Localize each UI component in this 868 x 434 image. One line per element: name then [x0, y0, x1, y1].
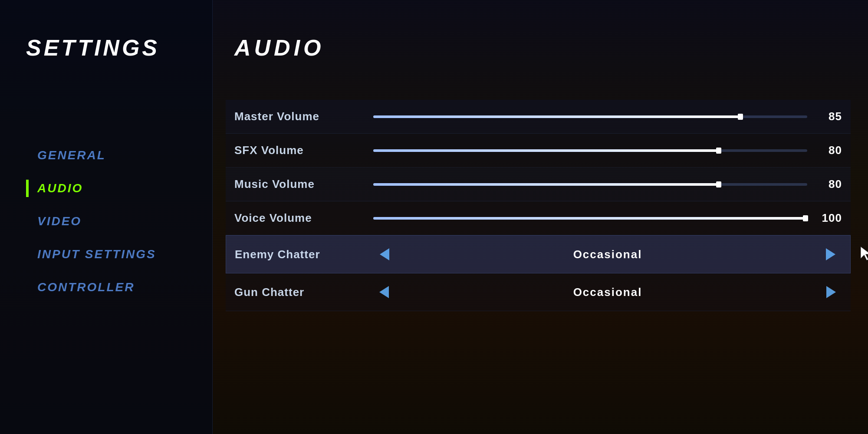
svg-marker-0 [861, 247, 868, 260]
enemy-chatter-value: Occasional [395, 248, 820, 261]
mouse-cursor [860, 246, 868, 263]
sidebar-item-label-input-settings: INPUT SETTINGS [37, 247, 156, 261]
slider-track-music-volume[interactable] [373, 183, 807, 186]
setting-row-enemy-chatter: Enemy Chatter Occasional [226, 235, 851, 273]
slider-fill-voice-volume [373, 217, 807, 220]
nav-indicator-controller [26, 279, 29, 296]
chevron-right-icon-gun [826, 286, 836, 298]
setting-row-master-volume: Master Volume 85 [226, 100, 851, 134]
sidebar-item-audio[interactable]: AUDIO [26, 172, 156, 205]
slider-fill-master-volume [373, 115, 742, 118]
slider-container-sfx-volume: 80 [373, 144, 842, 157]
settings-title: SETTINGS [26, 35, 160, 61]
select-container-gun-chatter: Occasional [373, 281, 842, 303]
sidebar-item-label-controller: CONTROLLER [37, 280, 135, 294]
setting-row-sfx-volume: SFX Volume 80 [226, 134, 851, 168]
slider-container-music-volume: 80 [373, 178, 842, 191]
setting-label-enemy-chatter: Enemy Chatter [235, 248, 374, 261]
setting-label-master-volume: Master Volume [234, 110, 373, 123]
sidebar-item-input-settings[interactable]: INPUT SETTINGS [26, 238, 156, 271]
nav-indicator-input-settings [26, 246, 29, 263]
slider-track-master-volume[interactable] [373, 115, 807, 118]
select-container-enemy-chatter: Occasional [374, 243, 842, 265]
setting-label-sfx-volume: SFX Volume [234, 144, 373, 157]
slider-fill-sfx-volume [373, 149, 720, 152]
right-panel: AUDIO Master Volume 85 SFX Volume 80 [213, 0, 868, 434]
setting-row-music-volume: Music Volume 80 [226, 168, 851, 201]
slider-container-master-volume: 85 [373, 110, 842, 123]
left-panel: SETTINGS GENERAL AUDIO VIDEO INPUT SETTI… [0, 0, 213, 434]
slider-value-voice-volume: 100 [816, 211, 842, 225]
slider-track-sfx-volume[interactable] [373, 149, 807, 152]
slider-fill-music-volume [373, 183, 720, 186]
nav-indicator-general [26, 147, 29, 164]
setting-row-voice-volume: Voice Volume 100 [226, 201, 851, 235]
chevron-right-icon [826, 248, 835, 260]
setting-label-gun-chatter: Gun Chatter [234, 286, 373, 299]
sidebar-item-video[interactable]: VIDEO [26, 205, 156, 238]
slider-value-sfx-volume: 80 [816, 144, 842, 157]
sidebar-item-label-audio: AUDIO [37, 181, 83, 195]
setting-label-music-volume: Music Volume [234, 178, 373, 191]
section-title: AUDIO [234, 35, 325, 61]
slider-track-voice-volume[interactable] [373, 217, 807, 220]
setting-row-gun-chatter: Gun Chatter Occasional [226, 273, 851, 311]
setting-label-voice-volume: Voice Volume [234, 211, 373, 225]
enemy-chatter-prev-button[interactable] [374, 243, 395, 265]
settings-list: Master Volume 85 SFX Volume 80 Music Vol… [226, 100, 851, 311]
sidebar-item-label-video: VIDEO [37, 214, 82, 228]
gun-chatter-value: Occasional [395, 286, 820, 299]
nav-indicator-audio [26, 180, 29, 197]
sidebar-item-label-general: GENERAL [37, 148, 106, 162]
slider-value-music-volume: 80 [816, 178, 842, 191]
gun-chatter-next-button[interactable] [820, 281, 842, 303]
nav-menu: GENERAL AUDIO VIDEO INPUT SETTINGS CONTR… [26, 139, 156, 304]
enemy-chatter-next-button[interactable] [820, 243, 842, 265]
sidebar-item-controller[interactable]: CONTROLLER [26, 271, 156, 304]
nav-indicator-video [26, 213, 29, 230]
gun-chatter-prev-button[interactable] [373, 281, 395, 303]
chevron-left-icon [380, 248, 389, 260]
chevron-left-icon-gun [379, 286, 389, 298]
slider-container-voice-volume: 100 [373, 211, 842, 225]
slider-value-master-volume: 85 [816, 110, 842, 123]
sidebar-item-general[interactable]: GENERAL [26, 139, 156, 172]
